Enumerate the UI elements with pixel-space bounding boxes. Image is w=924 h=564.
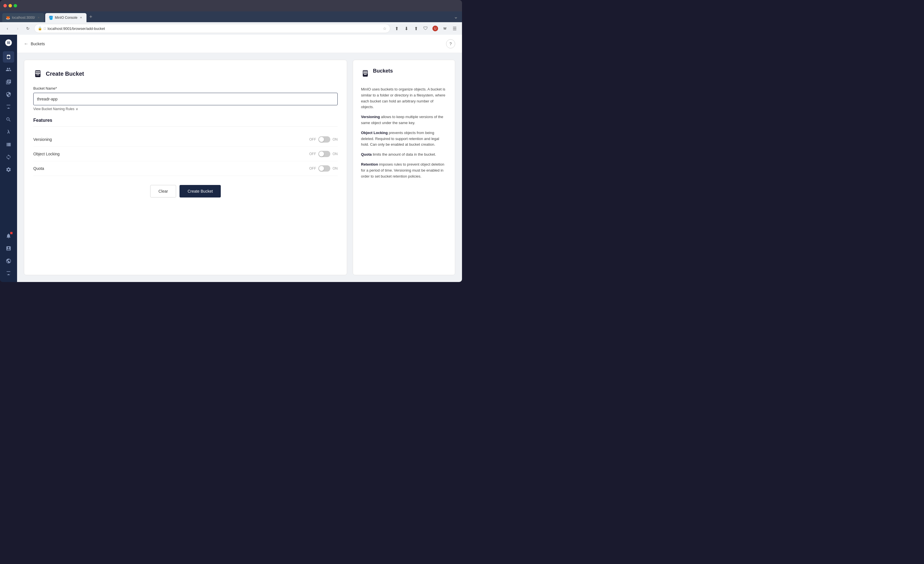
create-bucket-button[interactable]: Create Bucket [180, 185, 221, 198]
naming-rules-chevron-icon: ∨ [76, 107, 78, 111]
app-body: λ [0, 35, 462, 282]
form-card-title: Create Bucket [33, 69, 338, 78]
info-versioning: Versioning allows to keep multiple versi… [361, 114, 447, 126]
logs-icon [6, 271, 11, 276]
iam-icon [6, 92, 11, 98]
tab-close-active-button[interactable]: ✕ [79, 16, 83, 20]
quota-row: Quota OFF ON [33, 161, 338, 176]
back-link[interactable]: ← Buckets [24, 41, 45, 46]
settings-icon [6, 167, 11, 172]
info-title: Buckets [373, 68, 393, 74]
sidebar-item-lambda[interactable]: λ [3, 126, 14, 138]
back-button[interactable]: ‹ [3, 24, 11, 33]
content-area: ← Buckets ? Create Bucket [17, 35, 462, 282]
quota-toggle-knob [319, 166, 324, 171]
sidebar-item-settings[interactable] [3, 164, 14, 175]
tab-close-button[interactable]: ✕ [37, 16, 40, 20]
clear-button[interactable]: Clear [150, 185, 176, 198]
versioning-toggle-wrap: OFF ON [309, 136, 338, 142]
shield-icon[interactable]: 🛡 [422, 24, 430, 33]
lambda-icon: λ [8, 129, 10, 135]
sidebar-item-iam[interactable] [3, 89, 14, 100]
notification-badge [10, 232, 12, 234]
object-locking-off-label: OFF [309, 152, 316, 156]
sidebar-item-notifications[interactable] [3, 230, 14, 242]
object-locking-label: Object Locking [33, 152, 60, 156]
object-locking-toggle[interactable] [318, 151, 330, 157]
info-object-locking-term: Object Locking [361, 130, 388, 135]
download-icon[interactable]: ⬇ [402, 24, 410, 33]
info-intro: MinIO uses buckets to organize objects. … [361, 87, 447, 110]
sidebar-item-monitor[interactable] [3, 101, 14, 112]
form-title: Create Bucket [46, 70, 84, 77]
maximize-window-button[interactable] [14, 4, 17, 8]
tab-dropdown-button[interactable]: ⌄ [452, 14, 460, 20]
object-locking-row: Object Locking OFF ON [33, 147, 338, 161]
sidebar-item-search[interactable] [3, 114, 14, 125]
wordmark-icon[interactable]: W [441, 24, 449, 33]
close-window-button[interactable] [3, 4, 7, 8]
menu-icon[interactable]: ☰ [451, 24, 459, 33]
versioning-row: Versioning OFF ON [33, 132, 338, 147]
nav-right-icons: ⬆ ⬇ ⬆ 🛡 U W ☰ [393, 24, 459, 33]
info-quota: Quota limits the amount of data in the b… [361, 152, 447, 158]
quota-toggle[interactable] [318, 165, 330, 172]
bucket-name-group: Bucket Name* View Bucket Naming Rules ∨ [33, 86, 338, 111]
share-icon[interactable]: ⬆ [412, 24, 420, 33]
button-row: Clear Create Bucket [33, 185, 338, 198]
versioning-label: Versioning [33, 137, 52, 142]
groups-icon [6, 79, 11, 85]
sidebar-item-globe[interactable] [3, 255, 14, 267]
sidebar-item-logs[interactable] [3, 268, 14, 279]
nav-bar: ‹ › ↻ 🔒 □ ☆ ⬆ ⬇ ⬆ 🛡 U W ☰ [0, 22, 462, 35]
versioning-toggle-knob [319, 137, 324, 142]
audit-icon [6, 246, 11, 251]
minio-tab-icon: 🪣 [49, 16, 53, 20]
sidebar-item-audit[interactable] [3, 243, 14, 254]
forward-button[interactable]: › [14, 24, 22, 33]
browser-window: 🦊 localhost:3000/ ✕ 🪣 MinIO Console ✕ + … [0, 0, 462, 282]
minio-logo-icon [4, 39, 12, 46]
info-versioning-term: Versioning [361, 115, 380, 119]
info-quota-desc: limits the amount of data in the bucket. [372, 152, 436, 156]
back-link-label: Buckets [31, 42, 45, 46]
info-retention: Retention imposes rules to prevent objec… [361, 162, 447, 179]
pocket-icon[interactable]: ⬆ [393, 24, 400, 33]
form-card: Create Bucket Bucket Name* View Bucket N… [24, 60, 347, 275]
reload-button[interactable]: ↻ [24, 24, 32, 33]
bookmark-star-icon[interactable]: ☆ [383, 26, 387, 31]
versioning-toggle[interactable] [318, 136, 330, 142]
sidebar: λ [0, 35, 17, 282]
quota-label: Quota [33, 166, 44, 171]
tab-label: localhost:3000/ [12, 16, 35, 20]
address-bar-container: 🔒 □ ☆ [34, 24, 390, 33]
object-locking-toggle-wrap: OFF ON [309, 151, 338, 157]
replication-icon [6, 154, 11, 160]
bucket-name-input[interactable] [33, 93, 338, 105]
tab-minio[interactable]: 🪣 MinIO Console ✕ [45, 13, 87, 22]
new-tab-button[interactable]: + [88, 14, 94, 20]
back-arrow-icon: ← [24, 41, 28, 46]
page-icon: □ [44, 27, 46, 30]
sidebar-item-groups[interactable] [3, 76, 14, 88]
sidebar-logo [3, 38, 14, 48]
info-bucket-icon [361, 69, 369, 78]
info-card-title: Buckets [361, 68, 447, 78]
monitor-icon [6, 104, 11, 110]
address-bar-input[interactable] [48, 27, 380, 31]
bucket-icon [6, 54, 11, 60]
object-locking-toggle-knob [319, 152, 324, 156]
tab-localhost[interactable]: 🦊 localhost:3000/ ✕ [2, 13, 44, 22]
sidebar-item-buckets[interactable] [3, 51, 14, 63]
quota-off-label: OFF [309, 166, 316, 171]
naming-rules-text: View Bucket Naming Rules [33, 107, 75, 111]
sidebar-item-tiers[interactable] [3, 139, 14, 150]
profile-icon[interactable]: U [431, 24, 439, 33]
minimize-window-button[interactable] [9, 4, 12, 8]
naming-rules-link[interactable]: View Bucket Naming Rules ∨ [33, 107, 338, 111]
sidebar-item-replication[interactable] [3, 152, 14, 163]
sidebar-item-users[interactable] [3, 64, 14, 75]
users-icon [6, 67, 11, 72]
help-button[interactable]: ? [446, 39, 455, 48]
features-section: Features Versioning OFF ON [33, 118, 338, 176]
